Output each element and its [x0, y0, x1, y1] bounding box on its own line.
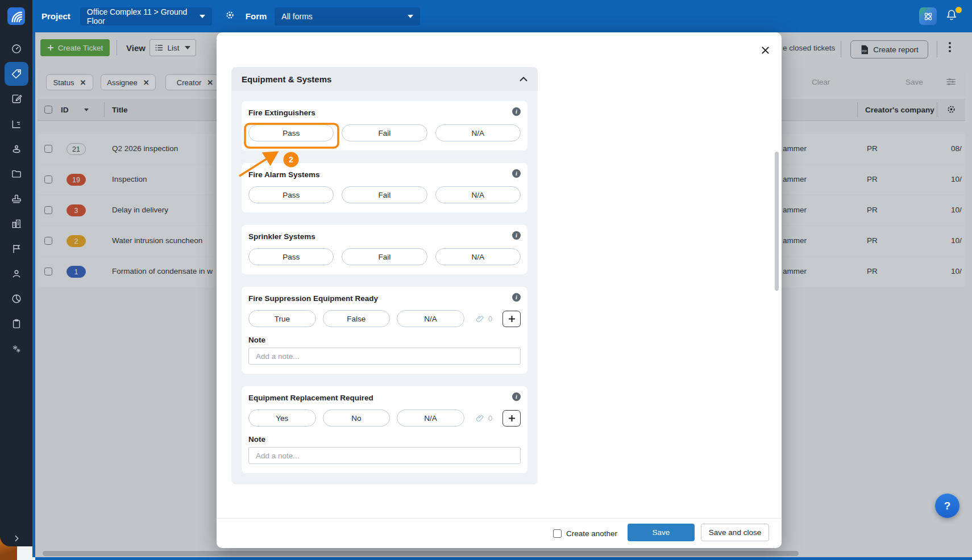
paperclip-icon [476, 415, 483, 421]
footer-divider [217, 518, 782, 519]
option-fail-button[interactable]: Fail [342, 124, 427, 141]
sidebar-item-reports-pie-icon[interactable] [5, 286, 28, 311]
field-label: Fire Extinguishers [248, 108, 521, 117]
section-body: Fire Extinguishers i Pass Fail N/A Fire … [231, 91, 538, 484]
sidebar-item-folders-icon[interactable] [5, 161, 28, 186]
option-no-button[interactable]: No [323, 409, 391, 427]
horizontal-scrollbar[interactable] [35, 549, 972, 557]
project-settings-gear-icon[interactable] [225, 10, 235, 23]
top-bar: Project Office Complex 11 > Ground Floor… [32, 0, 972, 32]
note-label: Note [248, 435, 521, 444]
options-row: Pass Fail N/A [248, 248, 521, 265]
collapse-chevron-up-icon[interactable] [520, 74, 527, 84]
horizontal-scrollbar-thumb[interactable] [43, 551, 799, 556]
field-label: Sprinkler Systems [248, 232, 521, 241]
create-ticket-modal: Equipment & Systems Fire Extinguishers i… [217, 32, 782, 548]
option-pass-button[interactable]: Pass [248, 124, 334, 141]
option-na-button[interactable]: N/A [435, 124, 521, 141]
options-row: Pass Fail N/A [248, 124, 521, 141]
chevron-down-icon [200, 15, 205, 18]
option-pass-button[interactable]: Pass [248, 186, 334, 203]
info-icon[interactable]: i [512, 231, 521, 240]
options-row: Yes No N/A 0 [248, 409, 521, 427]
help-button[interactable]: ? [935, 494, 959, 518]
add-attachment-button[interactable] [502, 410, 521, 427]
option-yes-button[interactable]: Yes [248, 409, 316, 427]
close-icon[interactable] [758, 43, 772, 57]
sidebar-item-form-submissions-icon[interactable] [5, 86, 28, 111]
save-and-close-button[interactable]: Save and close [701, 524, 769, 541]
sidebar-item-flags-icon[interactable] [5, 236, 28, 261]
option-na-button[interactable]: N/A [397, 409, 464, 427]
option-na-button[interactable]: N/A [435, 186, 521, 203]
sidebar-item-stamps-icon[interactable] [5, 186, 28, 211]
option-na-button[interactable]: N/A [397, 310, 464, 327]
note-input[interactable] [248, 447, 521, 464]
form-label: Form [246, 11, 267, 21]
sidebar-item-users-icon[interactable] [5, 261, 28, 286]
paperclip-icon [476, 316, 483, 321]
sidebar-item-tickets-tag-icon[interactable] [5, 62, 28, 86]
bottom-accent-strip [35, 557, 972, 560]
option-false-button[interactable]: False [323, 310, 391, 327]
sidebar-item-dashboard-icon[interactable] [5, 36, 28, 61]
sidebar-item-tasks-clipboard-icon[interactable] [5, 311, 28, 336]
field-label: Equipment Replacement Required [248, 394, 521, 402]
modal-scrollbar-thumb[interactable] [775, 152, 779, 291]
sidebar-item-analytics-icon[interactable] [5, 111, 28, 136]
project-selector[interactable]: Office Complex 11 > Ground Floor [80, 7, 212, 26]
options-row: True False N/A 0 [248, 310, 521, 327]
option-fail-button[interactable]: Fail [342, 248, 427, 265]
project-selector-value: Office Complex 11 > Ground Floor [87, 7, 200, 26]
app-window: Project Office Complex 11 > Ground Floor… [0, 0, 972, 560]
section-header[interactable]: Equipment & Systems [231, 67, 538, 91]
fluix-logo[interactable] [7, 7, 25, 25]
info-icon[interactable]: i [512, 392, 521, 401]
sidebar-nav [0, 36, 32, 361]
sidebar-item-user-location-icon[interactable] [5, 136, 28, 161]
field-sprinkler-systems: Sprinkler Systems i Pass Fail N/A [242, 225, 527, 274]
section-title: Equipment & Systems [242, 74, 331, 84]
field-fire-extinguishers: Fire Extinguishers i Pass Fail N/A [242, 101, 527, 151]
field-fire-alarm-systems: Fire Alarm Systems i Pass Fail N/A [242, 163, 527, 212]
form-selector[interactable]: All forms [275, 7, 420, 26]
expand-sidebar-chevron-icon[interactable] [0, 534, 32, 543]
option-true-button[interactable]: True [248, 310, 316, 327]
form-selector-value: All forms [281, 12, 312, 21]
project-label: Project [41, 11, 70, 21]
form-section-equipment-systems: Equipment & Systems Fire Extinguishers i… [231, 67, 538, 484]
field-fire-suppression-ready: Fire Suppression Equipment Ready i True … [242, 287, 527, 374]
field-label: Fire Alarm Systems [248, 170, 521, 179]
info-icon[interactable]: i [512, 107, 521, 116]
notification-badge-dot [956, 7, 962, 13]
sidebar-item-companies-icon[interactable] [5, 211, 28, 236]
sidebar-item-settings-gears-icon[interactable] [5, 336, 28, 361]
option-pass-button[interactable]: Pass [248, 248, 334, 265]
sidebar [0, 0, 32, 546]
app-switcher-icon[interactable] [919, 7, 937, 25]
chevron-down-icon [408, 15, 413, 18]
field-label: Fire Suppression Equipment Ready [248, 294, 521, 303]
create-another-checkbox[interactable] [553, 529, 562, 538]
create-another-label: Create another [566, 529, 617, 538]
attachments[interactable]: 0 [475, 314, 493, 324]
attachments-count: 0 [488, 414, 493, 423]
info-icon[interactable]: i [512, 169, 521, 178]
attachments[interactable]: 0 [475, 413, 493, 423]
option-na-button[interactable]: N/A [435, 248, 521, 265]
note-label: Note [248, 336, 521, 344]
option-fail-button[interactable]: Fail [342, 186, 427, 203]
options-row: Pass Fail N/A [248, 186, 521, 203]
note-input[interactable] [248, 348, 521, 365]
info-icon[interactable]: i [512, 293, 521, 302]
attachments-count: 0 [488, 315, 493, 323]
field-equipment-replacement-required: Equipment Replacement Required i Yes No … [242, 386, 527, 473]
add-attachment-button[interactable] [502, 311, 521, 327]
save-button[interactable]: Save [628, 524, 695, 541]
